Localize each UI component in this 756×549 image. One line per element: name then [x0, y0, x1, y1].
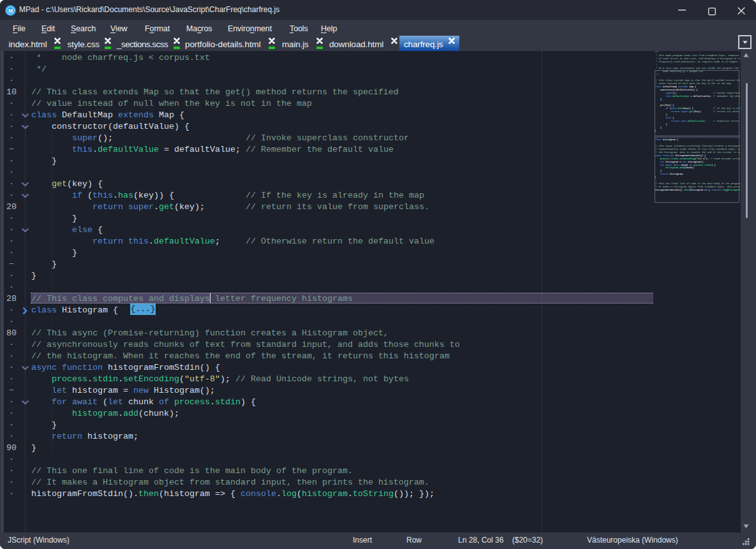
- svg-text:M: M: [8, 7, 13, 13]
